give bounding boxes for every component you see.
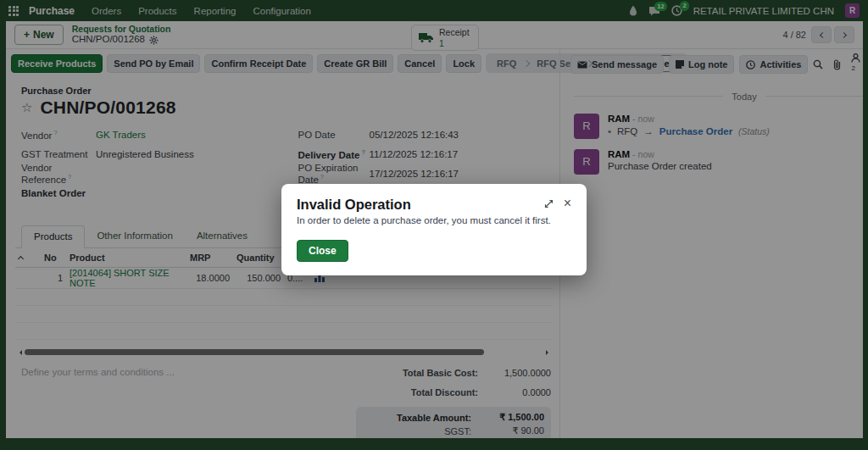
dialog-message: In order to delete a purchase order, you… <box>297 215 571 225</box>
expand-icon[interactable] <box>544 199 554 208</box>
invalid-operation-dialog: Invalid Operation × In order to delete a… <box>281 184 587 275</box>
dialog-title: Invalid Operation <box>297 197 411 213</box>
close-icon[interactable]: × <box>564 197 571 210</box>
dialog-close-button[interactable]: Close <box>297 240 348 262</box>
